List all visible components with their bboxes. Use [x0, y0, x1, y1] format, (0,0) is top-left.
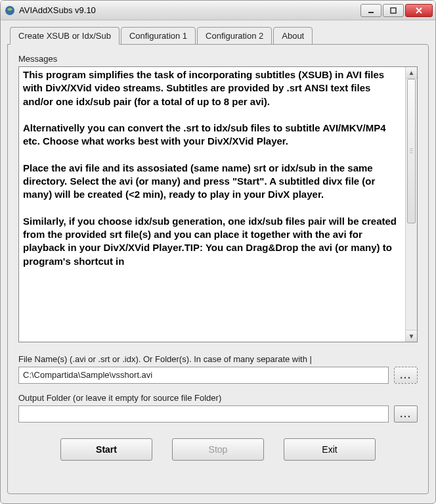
tab-panel: Messages This program simplifies the tas… [7, 44, 429, 494]
tab-about[interactable]: About [273, 27, 313, 45]
start-button[interactable]: Start [60, 438, 152, 461]
close-button[interactable] [405, 4, 433, 17]
output-input[interactable] [18, 405, 389, 423]
tab-strip: Create XSUB or Idx/Sub Configuration 1 C… [10, 27, 429, 45]
titlebar[interactable]: AVIAddXSubs v9.10 [1, 1, 435, 20]
exit-button[interactable]: Exit [284, 438, 376, 461]
svg-rect-1 [368, 12, 374, 13]
app-window: AVIAddXSubs v9.10 Create XSUB or Idx/Sub… [0, 0, 436, 504]
stop-button: Stop [172, 438, 264, 461]
scroll-up-icon[interactable]: ▲ [406, 67, 417, 79]
button-label: Stop [209, 444, 228, 455]
action-button-row: Start Stop Exit [18, 438, 418, 461]
filename-row: C:\Compartida\Sample\vsshort.avi ... [18, 367, 418, 384]
messages-label: Messages [18, 54, 418, 64]
scroll-down-icon[interactable]: ▼ [406, 330, 417, 342]
tab-config1[interactable]: Configuration 1 [121, 27, 196, 45]
filename-label: File Name(s) (.avi or .srt or .idx). Or … [18, 354, 418, 364]
ellipsis-icon: ... [400, 370, 412, 380]
messages-box: This program simplifies the task of inco… [18, 66, 418, 342]
tab-label: About [282, 31, 304, 41]
filename-input[interactable]: C:\Compartida\Sample\vsshort.avi [18, 367, 389, 384]
browse-file-button[interactable]: ... [394, 367, 418, 384]
ellipsis-icon: ... [400, 409, 412, 419]
scroll-thumb[interactable] [407, 79, 416, 223]
tab-label: Configuration 1 [129, 31, 187, 41]
client-area: Create XSUB or Idx/Sub Configuration 1 C… [1, 20, 435, 503]
messages-text[interactable]: This program simplifies the task of inco… [19, 67, 405, 342]
maximize-button[interactable] [383, 4, 404, 17]
output-label: Output Folder (or leave it empty for sou… [18, 393, 418, 403]
tab-create-xsub[interactable]: Create XSUB or Idx/Sub [10, 27, 120, 45]
tab-label: Configuration 2 [206, 31, 263, 41]
svg-rect-2 [391, 8, 396, 13]
minimize-button[interactable] [360, 4, 381, 17]
browse-output-button[interactable]: ... [394, 405, 418, 423]
tab-label: Create XSUB or Idx/Sub [18, 31, 111, 41]
app-icon [5, 5, 15, 16]
tab-config2[interactable]: Configuration 2 [197, 27, 272, 45]
window-title: AVIAddXSubs v9.10 [19, 5, 360, 15]
button-label: Start [96, 444, 117, 455]
output-row: ... [18, 405, 418, 423]
window-controls [360, 4, 433, 17]
button-label: Exit [322, 444, 337, 455]
scrollbar[interactable]: ▲ ▼ [405, 67, 417, 342]
